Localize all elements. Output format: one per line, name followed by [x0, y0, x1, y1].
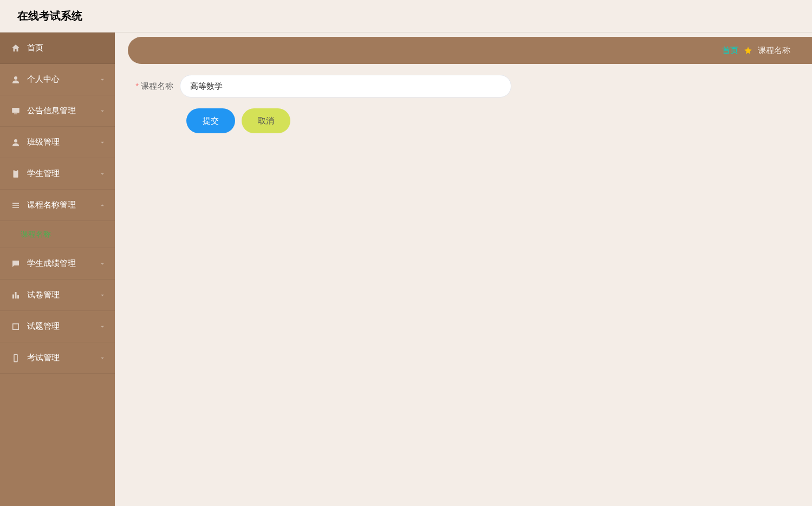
clipboard-icon [11, 169, 21, 179]
svg-rect-3 [14, 170, 18, 178]
sidebar-item-grade[interactable]: 学生成绩管理 [0, 248, 115, 280]
chevron-down-icon [99, 354, 106, 362]
chevron-down-icon [99, 291, 106, 299]
sidebar-sub-course-name[interactable]: 课程名称 [0, 221, 115, 248]
chevron-down-icon [99, 170, 106, 178]
chevron-down-icon [99, 139, 106, 146]
required-star: * [135, 81, 139, 90]
svg-rect-5 [13, 323, 19, 329]
chevron-down-icon [99, 76, 106, 83]
svg-point-2 [14, 139, 17, 142]
sidebar-item-label: 考试管理 [27, 353, 99, 363]
sidebar-item-label: 公告信息管理 [27, 106, 99, 116]
sidebar-item-label: 试卷管理 [27, 290, 99, 300]
sidebar-item-label: 学生成绩管理 [27, 258, 99, 269]
sidebar-item-home[interactable]: 首页 [0, 33, 115, 64]
sidebar-item-question[interactable]: 试题管理 [0, 311, 115, 342]
svg-point-0 [14, 76, 17, 80]
submit-button[interactable]: 提交 [186, 108, 235, 133]
sidebar-item-label: 试题管理 [27, 321, 99, 332]
breadcrumb-current: 课程名称 [758, 46, 790, 56]
main-content: 首页 课程名称 *课程名称 提交 取消 [115, 33, 812, 506]
sidebar-item-label: 课程名称管理 [27, 200, 99, 210]
sidebar-item-label: 首页 [27, 43, 106, 53]
chevron-up-icon [99, 202, 106, 209]
crop-icon [11, 322, 21, 332]
form-area: *课程名称 提交 取消 [128, 75, 799, 133]
user-icon [11, 138, 21, 147]
field-label-text: 课程名称 [141, 81, 173, 90]
home-icon [11, 43, 21, 53]
sidebar-item-label: 个人中心 [27, 74, 99, 85]
sidebar-item-student[interactable]: 学生管理 [0, 158, 115, 190]
breadcrumb-home[interactable]: 首页 [722, 46, 738, 56]
star-icon [744, 46, 752, 55]
sidebar-sub-label: 课程名称 [21, 230, 51, 239]
form-row-course-name: *课程名称 [128, 75, 799, 98]
sidebar-item-announcement[interactable]: 公告信息管理 [0, 95, 115, 127]
svg-rect-4 [15, 169, 17, 171]
svg-rect-6 [14, 354, 17, 362]
header: 在线考试系统 [0, 0, 812, 33]
phone-icon [11, 353, 21, 363]
sidebar-item-paper[interactable]: 试卷管理 [0, 280, 115, 311]
sidebar-item-personal[interactable]: 个人中心 [0, 64, 115, 95]
sidebar-item-course-name[interactable]: 课程名称管理 [0, 190, 115, 221]
button-row: 提交 取消 [128, 108, 799, 133]
app-title: 在线考试系统 [17, 9, 82, 23]
chevron-down-icon [99, 107, 106, 115]
chevron-down-icon [99, 323, 106, 330]
sidebar: 首页 个人中心 公告信息管理 班级管理 [0, 33, 115, 506]
cancel-button[interactable]: 取消 [242, 108, 290, 133]
svg-rect-1 [12, 108, 20, 113]
sidebar-item-label: 学生管理 [27, 168, 99, 179]
bar-chart-icon [11, 290, 21, 300]
breadcrumb: 首页 课程名称 [128, 37, 812, 64]
chevron-down-icon [99, 260, 106, 268]
sidebar-item-exam[interactable]: 考试管理 [0, 342, 115, 374]
list-icon [11, 200, 21, 210]
course-name-input[interactable] [180, 75, 511, 98]
user-icon [11, 75, 21, 85]
sidebar-item-class[interactable]: 班级管理 [0, 127, 115, 158]
form-label-course-name: *课程名称 [128, 81, 180, 92]
chat-icon [11, 259, 21, 269]
sidebar-item-label: 班级管理 [27, 137, 99, 147]
monitor-icon [11, 106, 21, 116]
